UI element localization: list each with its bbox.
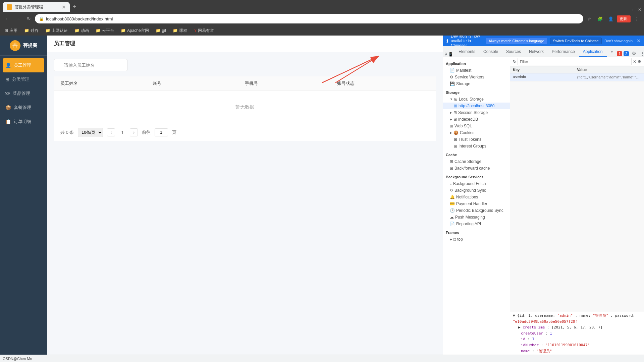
bookmark-apache[interactable]: 📁 Apache官网 <box>119 27 151 34</box>
status-text: OSDN@Chen Mn <box>3 357 32 361</box>
sidebar-item-orders[interactable]: 📋 订单明细 <box>0 115 47 129</box>
extension-icon[interactable]: 🧩 <box>595 14 605 23</box>
tab-close-button[interactable]: ✕ <box>62 4 66 10</box>
bookmark-star-icon[interactable]: ☆ <box>585 14 594 23</box>
tab-elements[interactable]: Elements <box>454 47 479 57</box>
main-area: 菩 菩提阁 👤 员工管理 ⊞ 分类管理 🍽 菜品管理 📦 套餐管 <box>0 36 644 355</box>
toolbar-right: ☆ 🧩 👤 更新· ⋮ <box>585 14 641 23</box>
search-bar: 🔍 <box>54 59 436 71</box>
expand-icon: ▶ <box>450 118 452 121</box>
settings-icon[interactable]: ⚙ <box>630 50 638 57</box>
address-bar[interactable]: 🔒 localhost:8080/backend/index.html <box>35 14 583 23</box>
profile-icon[interactable]: 👤 <box>606 14 615 23</box>
dt-item-bg-sync[interactable]: ↻ Background Sync <box>443 187 510 194</box>
dt-item-service-workers[interactable]: ⚙ Service Workers <box>443 74 510 80</box>
tab-network[interactable]: Network <box>525 47 548 57</box>
dt-filter-bar: ↻ ✕ ⚙ <box>510 57 644 66</box>
filter-options-icon[interactable]: ⚙ <box>638 59 641 64</box>
filter-input[interactable] <box>518 58 632 65</box>
dt-table-header: Key Value <box>510 66 644 73</box>
table-footer: 共 0 条 10条/页 20条/页 50条/页 ‹ 1 › 前往 页 <box>54 124 436 141</box>
periodic-icon: 🕐 <box>450 208 455 213</box>
bg-fetch-icon: ↓ <box>450 181 452 186</box>
dt-item-trust-tokens[interactable]: ⊞ Trust Tokens <box>443 136 510 143</box>
folder-icon: 📁 <box>24 28 29 33</box>
dismiss-button[interactable]: Don't show again <box>604 39 633 43</box>
sidebar-item-staff[interactable]: 👤 员工管理 <box>3 58 44 72</box>
dt-item-local-storage[interactable]: ▼ ⊞ Local Storage <box>443 96 510 103</box>
minimize-button[interactable]: — <box>626 7 630 12</box>
tab-performance[interactable]: Performance <box>548 47 579 57</box>
refresh-filter-icon[interactable]: ↻ <box>513 59 516 64</box>
dt-item-notifications[interactable]: 🔔 Notifications <box>443 194 510 200</box>
maximize-button[interactable]: □ <box>633 7 635 12</box>
sidebar-item-combo[interactable]: 📦 套餐管理 <box>0 101 47 115</box>
sidebar-label-staff: 员工管理 <box>14 62 31 68</box>
dt-item-bg-fetch[interactable]: ↓ Background Fetch <box>443 180 510 187</box>
bookmark-youdao[interactable]: Y 网易有道 <box>192 27 216 34</box>
active-tab[interactable]: 菩提外卖管理端 ✕ <box>3 2 70 12</box>
dt-item-indexeddb[interactable]: ▶ ⊞ IndexedDB <box>443 116 510 123</box>
dt-item-cache-storage[interactable]: ⊞ Cache Storage <box>443 158 510 165</box>
bookmark-course[interactable]: 📁 课程 <box>171 27 189 34</box>
info-close-icon[interactable]: ✕ <box>637 38 641 44</box>
col-name: 员工姓名 <box>60 80 153 86</box>
devtools-main-panel: ↻ ✕ ⚙ Key Value userinfo {"id":1," <box>510 57 644 355</box>
dt-item-localhost[interactable]: ⊞ http://localhost:8080 <box>443 103 510 109</box>
prev-page-button[interactable]: ‹ <box>107 128 115 136</box>
dt-item-frames-top[interactable]: ▶ □ top <box>443 236 510 243</box>
reload-button[interactable]: ↻ <box>24 14 34 23</box>
back-button[interactable]: ← <box>3 14 12 23</box>
dt-item-reporting-api[interactable]: 📄 Reporting API <box>443 221 510 227</box>
clear-filter-icon[interactable]: ✕ <box>633 59 636 64</box>
tab-sources[interactable]: Sources <box>502 47 525 57</box>
trust-icon: ⊞ <box>454 137 457 142</box>
switch-to-chinese-button[interactable]: Switch DevTools to Chinese <box>550 38 602 44</box>
bookmark-apps[interactable]: ⊞ 员工管理 应用 <box>3 27 19 34</box>
folder-icon: 📁 <box>74 28 79 33</box>
notifications-icon: 🔔 <box>450 195 455 199</box>
dt-item-storage-overview[interactable]: 💾 Storage <box>443 80 510 87</box>
bookmark-cloud[interactable]: 📁 云平台 <box>94 27 116 34</box>
bookmark-sigu[interactable]: 📁 硅谷 <box>22 27 41 34</box>
reload-update-button[interactable]: 更新· <box>617 15 631 22</box>
new-tab-button[interactable]: + <box>70 2 79 11</box>
devtools-json-view: ▼ {id: 1, username: "admin" , name: "管理员… <box>510 311 644 355</box>
bookmark-auth[interactable]: 📁 上网认证 <box>43 27 70 34</box>
browser-window: 菩提外卖管理端 ✕ + — □ ✕ ← → ↻ 🔒 localhost:8080… <box>0 0 644 362</box>
dt-item-periodic-sync[interactable]: 🕐 Periodic Background Sync <box>443 207 510 214</box>
device-icon[interactable]: 📱 <box>448 52 453 57</box>
match-language-button[interactable]: Always match Chrome's language <box>486 38 547 44</box>
dt-item-payment-handler[interactable]: 💳 Payment Handler <box>443 200 510 207</box>
tab-console[interactable]: Console <box>479 47 502 57</box>
search-input[interactable] <box>54 59 127 71</box>
dt-item-bfcache[interactable]: ⊞ Back/forward cache <box>443 165 510 172</box>
dt-item-manifest[interactable]: 📄 Manifest <box>443 67 510 74</box>
dt-item-websql[interactable]: ⊞ Web SQL <box>443 123 510 129</box>
category-icon: ⊞ <box>5 77 9 82</box>
more-options-icon[interactable]: ⋮ <box>632 14 641 23</box>
page-goto-input[interactable] <box>155 128 168 136</box>
table-row[interactable]: userinfo {"id":1,"username":"admin","nam… <box>510 73 644 81</box>
staff-icon: 👤 <box>5 63 11 68</box>
sidebar-item-dishes[interactable]: 🍽 菜品管理 <box>0 86 47 101</box>
more-devtools-icon[interactable]: ⋮ <box>639 51 644 56</box>
inspect-icon[interactable]: ⚲ <box>444 52 447 57</box>
devtools-sidebar: Application 📄 Manifest ⚙ Service Workers… <box>443 57 510 355</box>
forward-button[interactable]: → <box>13 14 23 23</box>
dt-data-table: Key Value userinfo {"id":1,"username":"a… <box>510 66 644 311</box>
tab-more[interactable]: » <box>607 47 617 57</box>
bookmark-animation[interactable]: 📁 动画 <box>72 27 91 34</box>
page-size-select[interactable]: 10条/页 20条/页 50条/页 <box>78 128 103 137</box>
dt-item-push-messaging[interactable]: ☁ Push Messaging <box>443 214 510 221</box>
json-line-3: id : 1 <box>513 336 641 342</box>
dt-item-interest-groups[interactable]: ⊞ Interest Groups <box>443 143 510 149</box>
expand-icon: ▶ <box>450 111 452 114</box>
dt-item-cookies[interactable]: ▶ 🍪 Cookies <box>443 129 510 136</box>
bookmark-git[interactable]: 📁 git <box>154 27 168 34</box>
dt-item-session-storage[interactable]: ▶ ⊞ Session Storage <box>443 109 510 116</box>
browser-close-button[interactable]: ✕ <box>638 7 641 12</box>
tab-application[interactable]: Application <box>579 47 607 57</box>
sidebar-item-category[interactable]: ⊞ 分类管理 <box>0 72 47 86</box>
next-page-button[interactable]: › <box>130 128 138 136</box>
